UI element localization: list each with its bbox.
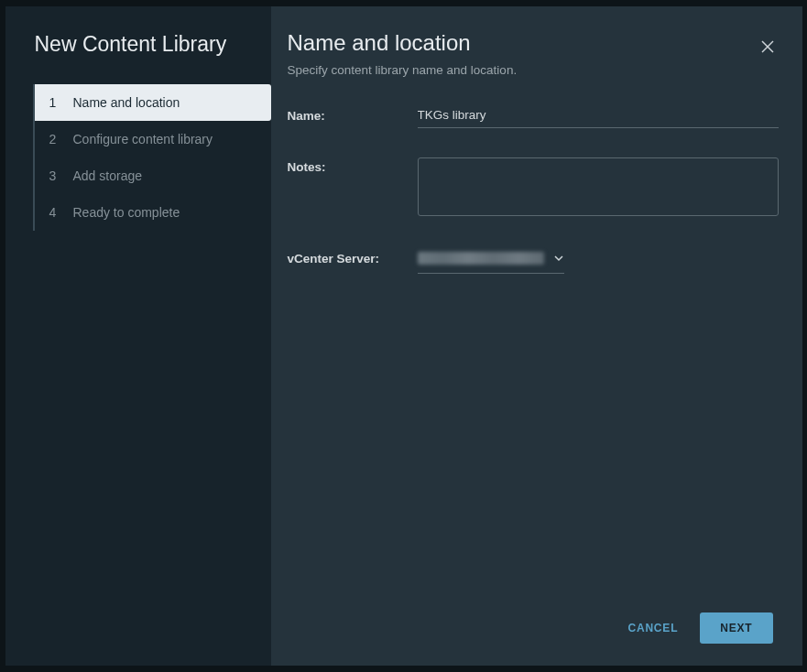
form-row-notes: Notes: [288,157,779,220]
step-ready-to-complete[interactable]: 4 Ready to complete [35,194,271,231]
wizard-steps: 1 Name and location 2 Configure content … [33,84,271,231]
step-add-storage[interactable]: 3 Add storage [35,157,271,194]
step-number: 3 [49,168,66,183]
step-name-and-location[interactable]: 1 Name and location [35,84,271,121]
step-number: 1 [49,95,66,110]
step-number: 2 [49,132,66,146]
wizard-footer: CANCEL NEXT [288,612,779,649]
close-icon [760,43,775,57]
vcenter-value [418,252,544,267]
sidebar-title: New Content Library [33,32,271,57]
form-row-name: Name: [288,106,779,128]
step-configure-content-library[interactable]: 2 Configure content library [35,121,271,157]
notes-label: Notes: [288,157,418,174]
close-button[interactable] [757,36,779,60]
wizard-dialog: New Content Library 1 Name and location … [5,6,802,666]
main-header: Name and location Specify content librar… [288,30,779,106]
name-input[interactable] [418,106,779,128]
next-button[interactable]: NEXT [700,612,772,644]
obscured-text [418,252,544,265]
wizard-main: Name and location Specify content librar… [271,6,802,666]
step-number: 4 [49,205,66,220]
cancel-button[interactable]: CANCEL [624,614,682,642]
form-row-vcenter: vCenter Server: [288,249,779,274]
step-label: Name and location [73,95,180,110]
name-label: Name: [288,106,418,123]
step-label: Ready to complete [73,205,180,220]
chevron-down-icon [553,251,564,267]
vcenter-dropdown[interactable] [418,249,564,274]
step-label: Add storage [73,168,143,183]
step-label: Configure content library [73,132,213,146]
page-subtitle: Specify content library name and locatio… [288,63,518,77]
notes-textarea[interactable] [418,157,779,216]
vcenter-label: vCenter Server: [288,249,418,266]
wizard-sidebar: New Content Library 1 Name and location … [5,6,271,666]
page-title: Name and location [288,30,518,56]
